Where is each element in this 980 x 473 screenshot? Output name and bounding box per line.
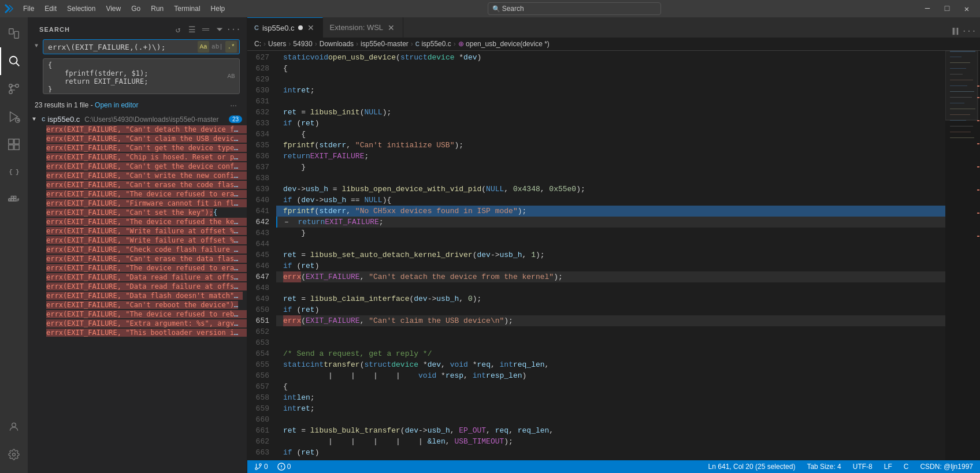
match-item[interactable]: errx(EXIT_FAILURE, "Can't erase the code…	[28, 180, 247, 189]
code-line[interactable]: /* Send a request, get a reply */	[276, 348, 945, 359]
code-line[interactable]: return EXIT_FAILURE;	[276, 151, 945, 162]
activity-run[interactable]	[0, 103, 28, 131]
code-line[interactable]: static void open_usb_device(struct devic…	[276, 52, 945, 63]
expand-toggle[interactable]: ▼	[35, 40, 40, 49]
match-item[interactable]: errx(EXIT_FAILURE, "Extra argument: %s",…	[28, 319, 247, 328]
expand-all-button[interactable]	[213, 23, 226, 36]
code-line[interactable]: ret = libusb_init(NULL);	[276, 107, 945, 118]
status-position[interactable]: Ln 641, Col 20 (25 selected)	[706, 460, 798, 473]
tab-wsl[interactable]: Extension: WSL ✕	[323, 17, 404, 38]
code-content[interactable]: static void open_usb_device(struct devic…	[276, 51, 945, 460]
status-language[interactable]: C	[901, 460, 911, 473]
code-line[interactable]: }	[276, 228, 945, 239]
status-branch[interactable]: 0	[252, 460, 270, 473]
code-line[interactable]: ret = libusb_claim_interface(dev->usb_h,…	[276, 293, 945, 304]
match-item[interactable]: errx(EXIT_FAILURE, "Data flash doesn't m…	[28, 291, 247, 300]
code-line[interactable]: ret = libusb_bulk_transfer(dev->usb_h, E…	[276, 425, 945, 436]
match-item[interactable]: errx(EXIT_FAILURE, "Can't set the key");…	[28, 208, 247, 217]
status-errors[interactable]: 0	[275, 460, 294, 473]
menu-help[interactable]: Help	[206, 3, 230, 14]
global-search-input[interactable]	[488, 2, 661, 15]
code-line[interactable]: if (ret)	[276, 304, 945, 315]
code-line[interactable]: {	[276, 129, 945, 140]
code-line[interactable]: int len;	[276, 392, 945, 403]
code-line[interactable]: fprintf(stderr, "Can't initialize USB");	[276, 140, 945, 151]
breadcrumb-file[interactable]: C isp55e0.c	[415, 40, 451, 48]
tab-close-button[interactable]: ✕	[306, 23, 315, 32]
more-tab-actions-button[interactable]: ···	[963, 25, 975, 38]
code-line[interactable]: – return EXIT_FAILURE;	[276, 217, 945, 228]
status-line-ending[interactable]: LF	[882, 460, 894, 473]
code-line[interactable]: | | | | | &len, USB_TIMEOUT);	[276, 436, 945, 447]
activity-source-control[interactable]	[0, 75, 28, 103]
match-item[interactable]: errx(EXIT_FAILURE, "The device refused t…	[28, 310, 247, 319]
match-item[interactable]: errx(EXIT_FAILURE, "Firmware cannot fit …	[28, 199, 247, 208]
match-item[interactable]: errx(EXIT_FAILURE, "Data read failure at…	[28, 273, 247, 282]
code-line[interactable]: dev->usb_h = libusb_open_device_with_vid…	[276, 184, 945, 195]
preserve-case-button[interactable]: AB	[225, 70, 237, 82]
breadcrumb-c-drive[interactable]: C:	[254, 40, 261, 48]
match-item[interactable]: errx(EXIT_FAILURE, "Can't reboot the dev…	[28, 300, 247, 310]
activity-explorer[interactable]	[0, 20, 28, 47]
activity-accounts[interactable]	[0, 413, 28, 441]
menu-file[interactable]: File	[18, 3, 39, 14]
breadcrumb-isp55e0-master[interactable]: isp55e0-master	[361, 40, 409, 48]
code-line[interactable]: errx(EXIT_FAILURE, "Can't detach the dev…	[276, 271, 945, 282]
activity-docker[interactable]	[0, 186, 28, 214]
close-button[interactable]: ✕	[958, 0, 975, 17]
match-item[interactable]: errx(EXIT_FAILURE, "Write failure at off…	[28, 226, 247, 236]
menu-edit[interactable]: Edit	[40, 3, 61, 14]
menu-view[interactable]: View	[101, 3, 125, 14]
code-line[interactable]: | | | | void *resp, int resp_len)	[276, 370, 945, 381]
menu-selection[interactable]: Selection	[62, 3, 100, 14]
code-line[interactable]	[276, 239, 945, 249]
match-item[interactable]: errx(EXIT_FAILURE, "Can't write the new …	[28, 171, 247, 180]
activity-search[interactable]	[0, 47, 28, 75]
match-item[interactable]: errx(EXIT_FAILURE, "Chip is hosed. Reset…	[28, 152, 247, 162]
menu-run[interactable]: Run	[146, 3, 168, 14]
match-item[interactable]: errx(EXIT_FAILURE, "Data read failure at…	[28, 282, 247, 291]
tab-isp55e0[interactable]: C isp55e0.c ✕	[247, 17, 323, 38]
regex-button[interactable]: .*	[225, 41, 237, 53]
code-line[interactable]	[276, 326, 945, 337]
replace-input[interactable]: { fprintf(stderr, $1); return EXIT_FAILU…	[46, 60, 221, 92]
breadcrumb-function[interactable]: ⊕ open_usb_device(device *)	[458, 40, 550, 48]
code-line[interactable]: int ret;	[276, 403, 945, 414]
match-item[interactable]: errx(EXIT_FAILURE, "Can't erase the data…	[28, 254, 247, 263]
code-line[interactable]	[276, 282, 945, 293]
match-item[interactable]: errx(EXIT_FAILURE, "The device refused t…	[28, 189, 247, 199]
results-more-button[interactable]: ···	[227, 99, 240, 111]
code-line[interactable]: {	[276, 63, 945, 74]
breadcrumb-54930[interactable]: 54930	[293, 40, 312, 48]
activity-extensions[interactable]	[0, 131, 28, 158]
activity-json[interactable]: { }	[0, 158, 28, 186]
code-line[interactable]	[276, 337, 945, 348]
menu-go[interactable]: Go	[127, 3, 145, 14]
code-line[interactable]: int ret;	[276, 85, 945, 96]
code-line[interactable]	[276, 96, 945, 107]
status-encoding[interactable]: UTF-8	[851, 460, 875, 473]
code-line[interactable]	[276, 414, 945, 425]
match-item[interactable]: errx(EXIT_FAILURE, "Can't claim the USB …	[28, 134, 247, 143]
tab-close-wsl-button[interactable]: ✕	[387, 23, 396, 32]
more-actions-button[interactable]: ···	[227, 23, 240, 36]
search-input[interactable]	[46, 42, 195, 53]
code-line[interactable]: fprintf(stderr, "No CH5xx devices found …	[276, 206, 945, 217]
refresh-results-button[interactable]: ↺	[172, 23, 184, 36]
status-tab-size[interactable]: Tab Size: 4	[804, 460, 843, 473]
code-line[interactable]: errx(EXIT_FAILURE, "Can't claim the USB …	[276, 315, 945, 326]
code-line[interactable]: if (ret)	[276, 118, 945, 129]
menu-terminal[interactable]: Terminal	[169, 3, 205, 14]
activity-settings[interactable]	[0, 441, 28, 468]
split-editor-button[interactable]	[949, 25, 962, 38]
clear-results-button[interactable]: ☰	[185, 23, 198, 36]
code-line[interactable]	[276, 74, 945, 85]
match-item[interactable]: errx(EXIT_FAILURE, "Write failure at off…	[28, 236, 247, 245]
maximize-button[interactable]: □	[938, 0, 956, 17]
breadcrumb-downloads[interactable]: Downloads	[320, 40, 354, 48]
match-case-button[interactable]: Aa	[198, 41, 209, 53]
collapse-all-button[interactable]	[199, 23, 212, 36]
code-line[interactable]: {	[276, 381, 945, 392]
match-item[interactable]: errx(EXIT_FAILURE, "Check code flash fai…	[28, 245, 247, 254]
code-line[interactable]: }	[276, 162, 945, 173]
